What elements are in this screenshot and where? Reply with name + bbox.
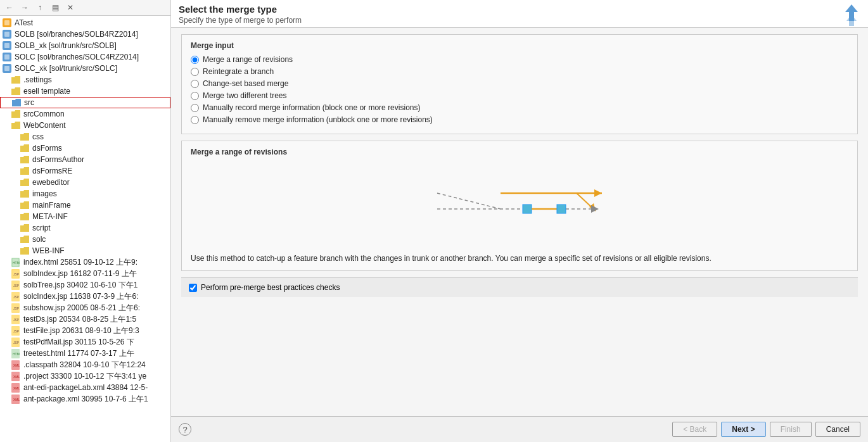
radio-remove-merge[interactable]: [191, 116, 199, 124]
radio-label-5: Manually record merge information (block…: [203, 103, 420, 112]
radio-two-trees[interactable]: [191, 92, 199, 100]
radio-label-6: Manually remove merge information (unblo…: [203, 115, 433, 124]
tree-item-solc[interactable]: SOLC [sol/branches/SOLC4RZ2014]: [0, 51, 170, 63]
tree-item-subshow-jsp[interactable]: JSP subshow.jsp 20005 08-5-21 上午6:: [0, 302, 170, 313]
forward-button[interactable]: →: [18, 1, 32, 14]
tree-item-label: dsForms: [32, 144, 62, 153]
tree-item-images[interactable]: images: [0, 188, 170, 199]
tree-item-solb-tree-jsp[interactable]: JSP solbTree.jsp 30402 10-6-10 下午1: [0, 279, 170, 291]
svg-text:HTML: HTML: [13, 352, 20, 356]
folder-icon: [20, 143, 30, 153]
tree-item-solc-index-jsp[interactable]: JSP solcIndex.jsp 11638 07-3-9 上午6:: [0, 291, 170, 302]
tree-item-label: solbIndex.jsp 16182 07-11-9 上午: [23, 268, 137, 279]
tree-item-dsformsre[interactable]: dsFormsRE: [0, 165, 170, 177]
tree-item-label: treetest.html 11774 07-3-17 上午: [23, 348, 134, 359]
radio-option-1[interactable]: Merge a range of revisions: [191, 55, 848, 64]
tree-item-solc-dir[interactable]: solc: [0, 234, 170, 245]
tree-item-testds-jsp[interactable]: JSP testDs.jsp 20534 08-8-25 上午1:5: [0, 313, 170, 325]
tree-item-index-html[interactable]: HTML index.html 25851 09-10-12 上午9:: [0, 256, 170, 268]
next-button[interactable]: Next >: [721, 422, 765, 437]
radio-option-4[interactable]: Merge two different trees: [191, 91, 848, 100]
tree-item-ant-package[interactable]: XML ant-package.xml 30995 10-7-6 上午1: [0, 393, 170, 405]
tree-item-settings[interactable]: .settings: [0, 74, 170, 85]
svg-text:JSP: JSP: [13, 341, 20, 344]
project-icon: [3, 63, 13, 73]
tree-item-solb-xk[interactable]: SOLB_xk [sol/trunk/src/SOLB]: [0, 40, 170, 51]
svg-rect-46: [523, 205, 532, 213]
file-jsp-icon: JSP: [11, 268, 22, 279]
radio-merge-range[interactable]: [191, 56, 199, 64]
tree-item-label: META-INF: [32, 212, 68, 221]
tree-item-css[interactable]: css: [0, 131, 170, 142]
tree-item-dsforms[interactable]: dsForms: [0, 142, 170, 154]
svg-text:JSP: JSP: [13, 329, 20, 333]
tree-item-solb-index-jsp[interactable]: JSP solbIndex.jsp 16182 07-11-9 上午: [0, 268, 170, 279]
merge-input-label: Merge input: [191, 41, 848, 50]
premerge-checkbox[interactable]: [189, 284, 197, 292]
svg-text:JSP: JSP: [13, 284, 20, 287]
up-button[interactable]: ↑: [33, 1, 47, 14]
tree-item-label: ewebeditor: [32, 178, 70, 187]
svg-text:JSP: JSP: [13, 295, 20, 299]
tree-item-esell-template[interactable]: esell template: [0, 85, 170, 97]
page-subtitle: Specify the type of merge to perform: [179, 16, 302, 25]
tree-item-label: css: [32, 132, 44, 141]
radio-option-5[interactable]: Manually record merge information (block…: [191, 103, 848, 112]
tree-item-label: dsFormsRE: [32, 167, 72, 175]
tree-item-meta-inf[interactable]: META-INF: [0, 211, 170, 222]
close-button[interactable]: ✕: [63, 1, 77, 14]
finish-button[interactable]: Finish: [770, 422, 812, 437]
tree-item-webcontent[interactable]: WebContent: [0, 120, 170, 131]
tree-item-label: testPdfMail.jsp 30115 10-5-26 下: [23, 337, 134, 348]
radio-option-3[interactable]: Change-set based merge: [191, 79, 848, 88]
radio-option-6[interactable]: Manually remove merge information (unblo…: [191, 115, 848, 124]
project-icon: [3, 41, 13, 51]
tree-item-testpdfmail-jsp[interactable]: JSP testPdfMail.jsp 30115 10-5-26 下: [0, 336, 170, 348]
tree-item-classpath[interactable]: XML .classpath 32804 10-9-10 下午12:24: [0, 359, 170, 370]
radio-label-4: Merge two different trees: [203, 91, 287, 100]
tree-item-ant-edi[interactable]: XML ant-edi-packageLab.xml 43884 12-5-: [0, 382, 170, 393]
tree-item-label: mainFrame: [32, 201, 71, 210]
right-panel: Select the merge type Specify the type o…: [171, 0, 868, 442]
tree-item-label: srcCommon: [23, 110, 65, 118]
tree-item-label: solc: [32, 235, 46, 244]
radio-changeset[interactable]: [191, 80, 199, 88]
tree-item-treetest-html[interactable]: HTML treetest.html 11774 07-3-17 上午: [0, 348, 170, 359]
project-icon: [3, 18, 13, 28]
tree-item-srccommon[interactable]: srcCommon: [0, 108, 170, 120]
help-area: ?: [179, 423, 191, 436]
bottom-bar: ? < Back Next > Finish Cancel: [171, 416, 868, 442]
tree-item-script[interactable]: script: [0, 222, 170, 234]
folder-icon: [11, 120, 22, 130]
tree-item-mainframe[interactable]: mainFrame: [0, 199, 170, 211]
folder-src-icon: [12, 98, 22, 108]
checkbox-row: Perform pre-merge best practices checks: [181, 277, 858, 297]
radio-record-merge[interactable]: [191, 104, 199, 112]
page-title: Select the merge type: [179, 4, 302, 15]
cancel-button[interactable]: Cancel: [815, 422, 860, 437]
tree-item-web-inf[interactable]: WEB-INF: [0, 245, 170, 256]
back-button[interactable]: < Back: [672, 422, 717, 437]
tree-item-label: esell template: [23, 87, 70, 96]
title-block: Select the merge type Specify the type o…: [179, 4, 302, 25]
svg-text:JSP: JSP: [13, 306, 20, 310]
tree-item-label: SOLC [sol/branches/SOLC4RZ2014]: [15, 53, 139, 61]
help-button[interactable]: ?: [179, 423, 191, 436]
radio-reintegrate[interactable]: [191, 68, 199, 76]
tree-item-solb[interactable]: SOLB [sol/branches/SOLB4RZ2014]: [0, 28, 170, 40]
merge-input-section: Merge input Merge a range of revisions R…: [181, 34, 858, 134]
tree-item-solc-xk[interactable]: SOLC_xk [sol/trunk/src/SOLC]: [0, 63, 170, 74]
tree-item-label: index.html 25851 09-10-12 上午9:: [23, 257, 137, 268]
tree-item-dsformsauthor[interactable]: dsFormsAuthor: [0, 154, 170, 165]
tree-item-ewebeditor[interactable]: ewebeditor: [0, 177, 170, 188]
tree-item-project[interactable]: XML .project 33300 10-10-12 下午3:41 ye: [0, 370, 170, 382]
radio-option-2[interactable]: Reintegrate a branch: [191, 67, 848, 76]
tree-item-testfile-jsp[interactable]: JSP testFile.jsp 20631 08-9-10 上午9:3: [0, 325, 170, 336]
left-panel: ← → ↑ ▤ ✕ ATest SOLB [sol/branches/SOLB4…: [0, 0, 171, 442]
tree-item-src[interactable]: src: [0, 97, 170, 108]
tree-item-atest[interactable]: ATest: [0, 17, 170, 28]
collapse-button[interactable]: ▤: [48, 1, 62, 14]
folder-icon: [20, 155, 30, 165]
back-button[interactable]: ←: [3, 1, 16, 14]
tree-item-label: testFile.jsp 20631 08-9-10 上午9:3: [23, 325, 139, 336]
